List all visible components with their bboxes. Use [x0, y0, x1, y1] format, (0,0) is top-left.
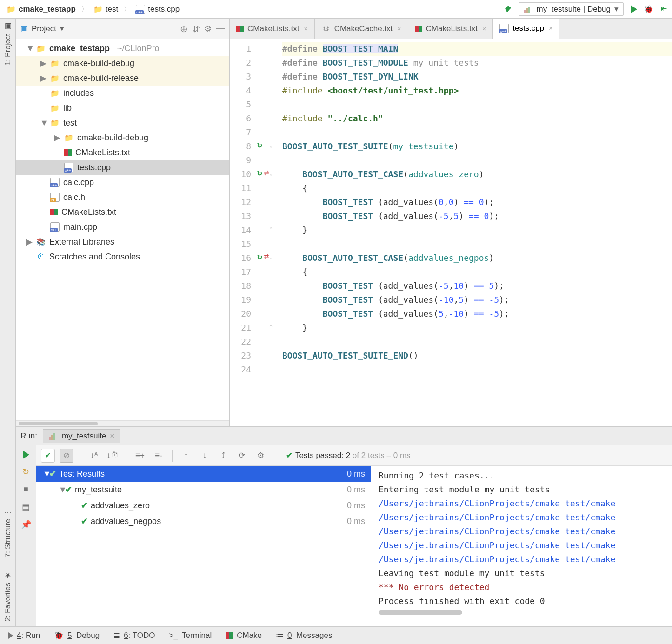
fold-icon[interactable]: ⌃: [269, 324, 273, 330]
close-icon[interactable]: ×: [397, 25, 401, 33]
code-line[interactable]: {: [282, 265, 672, 279]
rerun-failed-icon[interactable]: ↻: [22, 467, 29, 477]
test-tree-row[interactable]: ▼ ✔ my_testsuite 0 ms: [36, 482, 371, 498]
editor-tab[interactable]: CMakeCache.txt×: [315, 19, 408, 39]
code-line[interactable]: }: [282, 321, 672, 335]
tree-arrow-icon[interactable]: ▶: [40, 58, 47, 68]
tree-arrow-icon[interactable]: ▶: [54, 133, 60, 143]
project-tree[interactable]: ▼ cmake_testapp ~/CLionPro ▶ cmake-build…: [16, 39, 229, 420]
fold-icon[interactable]: ⌄: [269, 254, 273, 260]
project-tree-row[interactable]: includes: [16, 86, 229, 100]
code-line[interactable]: [282, 153, 672, 167]
test-tree-row[interactable]: ✔ addvalues_negpos 0 ms: [36, 513, 371, 529]
debug-icon[interactable]: 🐞: [644, 5, 653, 14]
fold-icon[interactable]: ⌃: [269, 226, 273, 232]
code-line[interactable]: BOOST_AUTO_TEST_SUITE_END(): [282, 349, 672, 363]
gutter-run-icon[interactable]: [257, 167, 269, 177]
code-line[interactable]: [282, 126, 672, 139]
code-line[interactable]: BOOST_TEST (add_values(5,-10) == -5);: [282, 307, 672, 321]
run-icon[interactable]: [629, 5, 639, 14]
collapse-icon[interactable]: [193, 24, 200, 34]
console-line[interactable]: /Users/jetbrains/CLionProjects/cmake_tes…: [379, 552, 667, 566]
project-tree-row[interactable]: main.cpp: [16, 219, 229, 234]
console-line[interactable]: Leaving test module my_unit_tests: [379, 566, 667, 580]
project-tree-row[interactable]: calc.cpp: [16, 175, 229, 190]
code-line[interactable]: BOOST_TEST (add_values(-5,5) == 0);: [282, 209, 672, 223]
project-scrollbar[interactable]: [16, 420, 229, 426]
tree-arrow-icon[interactable]: ▼: [43, 469, 49, 479]
tree-arrow-icon[interactable]: ▶: [40, 73, 47, 83]
test-tree-row[interactable]: ✔ addvalues_zero 0 ms: [36, 498, 371, 513]
expand-all-icon[interactable]: ≡+: [133, 449, 147, 463]
tree-arrow-icon[interactable]: ▼: [26, 44, 33, 53]
sort-az-icon[interactable]: ↓ᴬ: [87, 449, 101, 463]
editor-gutter[interactable]: 123456789101112131415161718192021222324: [230, 39, 255, 426]
prev-test-icon[interactable]: ↑: [179, 449, 193, 463]
test-tree-row[interactable]: ▼ ✔ Test Results 0 ms: [36, 466, 371, 482]
code-line[interactable]: #include <boost/test/unit_test.hpp>: [282, 84, 672, 98]
project-tree-row[interactable]: ▼ test: [16, 115, 229, 130]
code-line[interactable]: [282, 363, 672, 377]
show-passed-icon[interactable]: ✔: [41, 449, 55, 463]
statusbar-item[interactable]: 4: Run: [8, 631, 40, 640]
gear-icon[interactable]: [204, 24, 212, 34]
project-tree-row[interactable]: Scratches and Consoles: [16, 249, 229, 264]
console-line[interactable]: /Users/jetbrains/CLionProjects/cmake_tes…: [379, 497, 667, 511]
stripe-project[interactable]: 1: Project ▣: [3, 22, 12, 66]
tree-arrow-icon[interactable]: ▼: [59, 485, 65, 495]
gutter-run-icon[interactable]: [257, 251, 269, 261]
code-line[interactable]: }: [282, 223, 672, 237]
code-line[interactable]: BOOST_AUTO_TEST_CASE(addvalues_zero): [282, 167, 672, 181]
next-test-icon[interactable]: ↓: [198, 449, 212, 463]
history-icon[interactable]: ⟳: [235, 449, 249, 463]
code-line[interactable]: BOOST_TEST (add_values(0,0) == 0);: [282, 195, 672, 209]
console-line[interactable]: Running 2 test cases...: [379, 469, 667, 483]
select-target-icon[interactable]: [180, 23, 188, 34]
tree-arrow-icon[interactable]: ▶: [26, 237, 33, 247]
console-line[interactable]: *** No errors detected: [379, 580, 667, 594]
collapse-all-icon[interactable]: ≡-: [152, 449, 166, 463]
close-icon[interactable]: ×: [549, 25, 552, 32]
editor-code[interactable]: #define BOOST_TEST_MAIN#define BOOST_TES…: [278, 39, 672, 426]
chevron-down-icon[interactable]: [60, 24, 64, 33]
console-line[interactable]: Entering test module my_unit_tests: [379, 483, 667, 497]
tree-arrow-icon[interactable]: ▼: [40, 118, 47, 128]
code-line[interactable]: #define BOOST_TEST_DYN_LINK: [282, 70, 672, 84]
statusbar-item[interactable]: >_Terminal: [169, 631, 212, 640]
fold-icon[interactable]: ⌄: [269, 170, 273, 177]
statusbar-item[interactable]: CMake: [226, 631, 262, 640]
code-line[interactable]: [282, 237, 672, 251]
layout-icon[interactable]: ▤: [22, 502, 30, 512]
build-icon[interactable]: [504, 5, 513, 14]
project-tree-row[interactable]: tests.cpp: [16, 160, 229, 175]
sort-duration-icon[interactable]: ↓⏱: [106, 449, 120, 463]
project-tree-row[interactable]: ▶ cmake-build-debug: [16, 130, 229, 145]
statusbar-item[interactable]: 🐞5: Debug: [54, 631, 100, 640]
show-ignored-icon[interactable]: ⊘: [60, 449, 73, 463]
code-line[interactable]: BOOST_AUTO_TEST_CASE(addvalues_negpos): [282, 251, 672, 265]
breadcrumb-item-0[interactable]: cmake_testapp: [4, 4, 79, 15]
close-icon[interactable]: ×: [482, 25, 486, 33]
project-tree-row[interactable]: ▶ External Libraries: [16, 234, 229, 249]
code-line[interactable]: [282, 98, 672, 112]
project-title[interactable]: Project: [32, 24, 56, 33]
editor-tab[interactable]: tests.cpp×: [493, 19, 559, 39]
code-line[interactable]: [282, 335, 672, 349]
stop-icon[interactable]: ■: [23, 485, 28, 494]
close-icon[interactable]: ×: [304, 25, 307, 33]
code-line[interactable]: BOOST_AUTO_TEST_SUITE(my_testsuite): [282, 139, 672, 153]
statusbar-item[interactable]: ≣6: TODO: [113, 631, 155, 640]
rerun-icon[interactable]: [21, 450, 31, 459]
breadcrumb-item-1[interactable]: test: [91, 4, 121, 15]
console-output[interactable]: Running 2 test cases...Entering test mod…: [371, 466, 672, 626]
project-tree-row[interactable]: ▼ cmake_testapp ~/CLionPro: [16, 41, 229, 56]
settings-icon[interactable]: ⚙: [253, 449, 267, 463]
pin-icon[interactable]: 📌: [21, 519, 31, 530]
code-line[interactable]: #define BOOST_TEST_MAIN: [282, 42, 672, 56]
hide-icon[interactable]: [216, 24, 225, 33]
code-line[interactable]: BOOST_TEST (add_values(-10,5) == -5);: [282, 293, 672, 307]
project-tree-row[interactable]: CMakeLists.txt: [16, 205, 229, 219]
stripe-favorites[interactable]: 2: Favorites ★: [3, 571, 12, 622]
code-line[interactable]: #define BOOST_TEST_MODULE my_unit_tests: [282, 56, 672, 70]
test-tree[interactable]: ▼ ✔ Test Results 0 ms ▼ ✔ my_testsuite 0…: [36, 466, 371, 626]
